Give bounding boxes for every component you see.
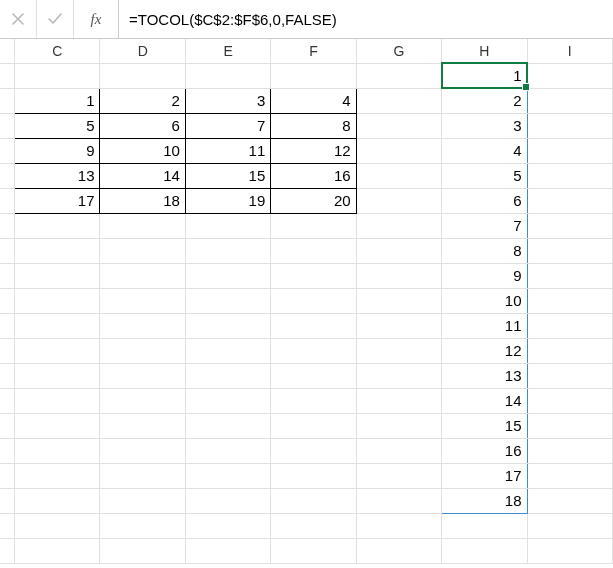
cell[interactable]: 13 [15, 163, 100, 188]
column-header[interactable]: E [185, 39, 270, 63]
cell[interactable] [100, 388, 185, 413]
cell[interactable]: 17 [442, 463, 527, 488]
column-header[interactable]: F [271, 39, 356, 63]
cell[interactable]: 17 [15, 188, 100, 213]
cell[interactable] [527, 163, 612, 188]
cell[interactable] [271, 288, 356, 313]
cell[interactable] [527, 113, 612, 138]
cell[interactable] [527, 288, 612, 313]
cell[interactable] [15, 388, 100, 413]
cell[interactable] [185, 413, 270, 438]
cell[interactable]: 5 [442, 163, 527, 188]
cell[interactable] [100, 538, 185, 563]
cell[interactable] [271, 463, 356, 488]
cell[interactable]: 20 [271, 188, 356, 213]
column-header[interactable]: C [15, 39, 100, 63]
column-header[interactable]: G [356, 39, 441, 63]
cell[interactable] [356, 113, 441, 138]
cell[interactable]: 14 [442, 388, 527, 413]
cell[interactable] [356, 488, 441, 513]
cell[interactable]: 11 [185, 138, 270, 163]
cell[interactable]: 7 [185, 113, 270, 138]
cell[interactable] [527, 313, 612, 338]
cancel-icon[interactable] [0, 0, 37, 38]
cell[interactable]: 12 [271, 138, 356, 163]
cell[interactable]: 15 [442, 413, 527, 438]
cell[interactable] [100, 438, 185, 463]
cell[interactable] [185, 438, 270, 463]
cell[interactable] [527, 338, 612, 363]
cell[interactable]: 18 [442, 488, 527, 513]
cell[interactable] [356, 138, 441, 163]
cell[interactable] [100, 63, 185, 88]
cell[interactable] [100, 263, 185, 288]
worksheet-grid[interactable]: C D E F G H I 11234256783910111241314151… [0, 39, 613, 568]
cell[interactable]: 7 [442, 213, 527, 238]
column-header[interactable]: D [100, 39, 185, 63]
cell[interactable] [356, 263, 441, 288]
cell[interactable] [271, 363, 356, 388]
cell[interactable] [271, 338, 356, 363]
cell[interactable] [356, 388, 441, 413]
cell[interactable] [15, 538, 100, 563]
cell[interactable]: 3 [442, 113, 527, 138]
column-header[interactable]: I [527, 39, 612, 63]
cell[interactable] [15, 488, 100, 513]
cell[interactable]: 6 [442, 188, 527, 213]
cell[interactable] [100, 238, 185, 263]
cell[interactable] [356, 188, 441, 213]
cell[interactable]: 18 [100, 188, 185, 213]
check-icon[interactable] [37, 0, 74, 38]
cell[interactable] [185, 238, 270, 263]
cell[interactable] [185, 338, 270, 363]
cell[interactable] [185, 488, 270, 513]
cell[interactable] [442, 538, 527, 563]
cell[interactable] [527, 463, 612, 488]
cell[interactable]: 6 [100, 113, 185, 138]
cell[interactable] [185, 313, 270, 338]
select-all-corner[interactable] [0, 39, 15, 63]
cell[interactable] [271, 513, 356, 538]
cell[interactable] [185, 388, 270, 413]
cell[interactable] [185, 538, 270, 563]
cell[interactable] [527, 263, 612, 288]
cell[interactable]: 14 [100, 163, 185, 188]
cell[interactable] [356, 63, 441, 88]
cell[interactable] [185, 63, 270, 88]
cell[interactable]: 16 [271, 163, 356, 188]
cell[interactable] [15, 213, 100, 238]
cell[interactable] [442, 513, 527, 538]
cell[interactable] [100, 313, 185, 338]
cell[interactable] [356, 313, 441, 338]
cell[interactable] [15, 513, 100, 538]
cell[interactable] [185, 213, 270, 238]
cell[interactable]: 9 [442, 263, 527, 288]
cell[interactable] [527, 238, 612, 263]
cell[interactable] [185, 263, 270, 288]
cell[interactable]: 1 [15, 88, 100, 113]
cell[interactable]: 1 [442, 63, 527, 88]
cell[interactable] [271, 313, 356, 338]
cell[interactable] [185, 363, 270, 388]
cell[interactable] [527, 538, 612, 563]
cell[interactable] [15, 263, 100, 288]
formula-input[interactable] [119, 0, 613, 38]
cell[interactable] [356, 88, 441, 113]
cell[interactable] [271, 388, 356, 413]
cell[interactable] [527, 363, 612, 388]
cell[interactable] [271, 213, 356, 238]
cell[interactable] [15, 288, 100, 313]
cell[interactable] [527, 63, 612, 88]
cell[interactable] [271, 63, 356, 88]
cell[interactable] [185, 288, 270, 313]
cell[interactable]: 8 [442, 238, 527, 263]
cell[interactable] [271, 413, 356, 438]
cell[interactable] [356, 438, 441, 463]
cell[interactable] [527, 513, 612, 538]
cell[interactable] [15, 238, 100, 263]
cell[interactable] [15, 438, 100, 463]
cell[interactable] [15, 413, 100, 438]
cell[interactable]: 13 [442, 363, 527, 388]
cell[interactable] [100, 463, 185, 488]
insert-function-icon[interactable]: fx [74, 0, 119, 38]
